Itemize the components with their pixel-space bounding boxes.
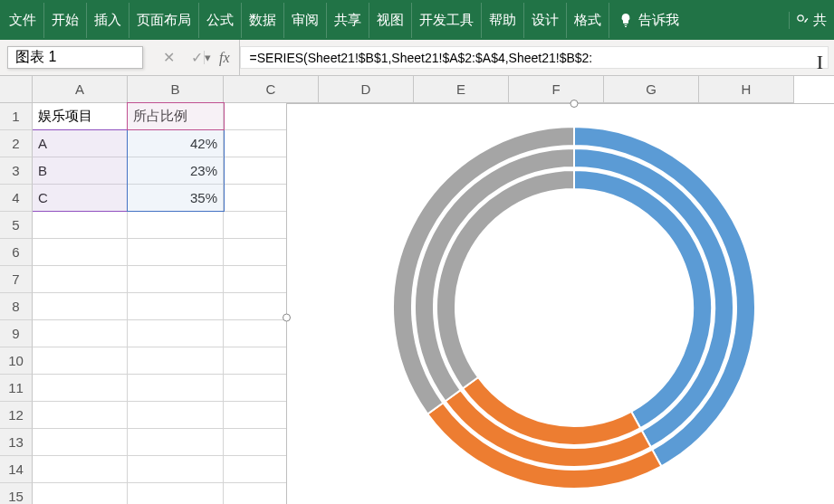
row-header-14[interactable]: 14 <box>0 456 33 483</box>
spreadsheet: 123456789101112131415 ABCDEFGH 娱乐项目所占比例A… <box>0 76 834 504</box>
cell-A3[interactable]: B <box>33 157 128 185</box>
ribbon-tab-格式[interactable]: 格式 <box>567 3 609 38</box>
row-header-9[interactable]: 9 <box>0 320 33 347</box>
col-header-A[interactable]: A <box>33 76 128 103</box>
ribbon: 文件开始插入页面布局公式数据审阅共享视图开发工具帮助设计格式 告诉我 共 <box>0 0 834 40</box>
cell-B12[interactable] <box>128 402 224 429</box>
cancel-button[interactable]: ✕ <box>163 49 175 66</box>
ribbon-tab-视图[interactable]: 视图 <box>369 3 412 38</box>
row-header-1[interactable]: 1 <box>0 103 33 130</box>
ribbon-tab-设计[interactable]: 设计 <box>524 3 567 38</box>
formula-buttons: ✕ ✓ <box>147 40 219 75</box>
ribbon-tab-审阅[interactable]: 审阅 <box>284 3 327 38</box>
cell-B11[interactable] <box>128 375 224 402</box>
col-header-B[interactable]: B <box>128 76 224 103</box>
cell-B9[interactable] <box>128 320 224 347</box>
enter-button[interactable]: ✓ <box>191 49 203 66</box>
cell-A11[interactable] <box>33 375 128 402</box>
cell-A15[interactable] <box>33 483 128 504</box>
cell-B1[interactable]: 所占比例 <box>128 103 224 130</box>
ribbon-tab-开发工具[interactable]: 开发工具 <box>412 3 482 38</box>
row-header-7[interactable]: 7 <box>0 266 33 293</box>
cell-B14[interactable] <box>128 456 224 483</box>
cell-B15[interactable] <box>128 483 224 504</box>
ribbon-tab-数据[interactable]: 数据 <box>242 3 284 38</box>
sheet-body[interactable]: 娱乐项目所占比例A42%B23%C35% ABC <box>33 103 834 504</box>
svg-point-0 <box>798 15 803 21</box>
cell-A13[interactable] <box>33 429 128 456</box>
chart-handle-tm[interactable] <box>570 100 578 108</box>
cell-A2[interactable]: A <box>33 130 128 157</box>
ribbon-tab-公式[interactable]: 公式 <box>199 3 242 38</box>
tell-me[interactable]: 告诉我 <box>609 12 688 29</box>
cell-A10[interactable] <box>33 347 128 375</box>
cell-A7[interactable] <box>33 266 128 293</box>
col-header-F[interactable]: F <box>509 76 604 103</box>
cell-B2[interactable]: 42% <box>128 130 224 157</box>
cell-A5[interactable] <box>33 212 128 239</box>
column-headers: ABCDEFGH <box>33 76 834 103</box>
cell-A9[interactable] <box>33 320 128 347</box>
select-all-corner[interactable] <box>0 76 33 103</box>
col-header-G[interactable]: G <box>604 76 699 103</box>
doughnut-chart[interactable] <box>384 118 764 498</box>
row-header-10[interactable]: 10 <box>0 347 33 375</box>
cell-B7[interactable] <box>128 266 224 293</box>
share-icon <box>795 13 810 27</box>
row-header-3[interactable]: 3 <box>0 157 33 185</box>
ribbon-tab-插入[interactable]: 插入 <box>87 3 129 38</box>
row-headers: 123456789101112131415 <box>0 103 33 504</box>
row-header-11[interactable]: 11 <box>0 375 33 402</box>
row-header-6[interactable]: 6 <box>0 239 33 266</box>
row-header-2[interactable]: 2 <box>0 130 33 157</box>
chart-handle-ml[interactable] <box>283 313 291 321</box>
cell-A12[interactable] <box>33 402 128 429</box>
cell-A14[interactable] <box>33 456 128 483</box>
cell-B10[interactable] <box>128 347 224 375</box>
row-header-15[interactable]: 15 <box>0 483 33 504</box>
fx-label[interactable]: fx <box>219 40 240 75</box>
ribbon-tab-共享[interactable]: 共享 <box>327 3 369 38</box>
cell-B8[interactable] <box>128 293 224 320</box>
col-header-D[interactable]: D <box>319 76 414 103</box>
share-button[interactable]: 共 <box>789 12 832 29</box>
share-label: 共 <box>813 12 827 29</box>
col-header-C[interactable]: C <box>224 76 319 103</box>
name-box[interactable]: ▾ <box>7 46 143 69</box>
row-header-13[interactable]: 13 <box>0 429 33 456</box>
cell-B5[interactable] <box>128 212 224 239</box>
ribbon-tab-文件[interactable]: 文件 <box>2 3 44 38</box>
chart-object[interactable]: ABC <box>286 103 834 504</box>
row-header-5[interactable]: 5 <box>0 212 33 239</box>
ribbon-tab-开始[interactable]: 开始 <box>44 3 87 38</box>
formula-bar: ▾ ✕ ✓ fx <box>0 40 834 76</box>
col-header-H[interactable]: H <box>699 76 794 103</box>
cell-B4[interactable]: 35% <box>128 185 224 212</box>
cell-A4[interactable]: C <box>33 185 128 212</box>
row-header-12[interactable]: 12 <box>0 402 33 429</box>
formula-input[interactable] <box>240 46 829 69</box>
col-header-E[interactable]: E <box>414 76 509 103</box>
lightbulb-icon <box>618 13 633 27</box>
cell-B13[interactable] <box>128 429 224 456</box>
ribbon-tab-帮助[interactable]: 帮助 <box>482 3 524 38</box>
row-header-8[interactable]: 8 <box>0 293 33 320</box>
cell-A6[interactable] <box>33 239 128 266</box>
cell-B6[interactable] <box>128 239 224 266</box>
cell-A1[interactable]: 娱乐项目 <box>33 103 128 130</box>
cell-A8[interactable] <box>33 293 128 320</box>
tell-me-label: 告诉我 <box>638 12 679 29</box>
cell-B3[interactable]: 23% <box>128 157 224 185</box>
row-header-4[interactable]: 4 <box>0 185 33 212</box>
ribbon-tab-页面布局[interactable]: 页面布局 <box>129 3 199 38</box>
